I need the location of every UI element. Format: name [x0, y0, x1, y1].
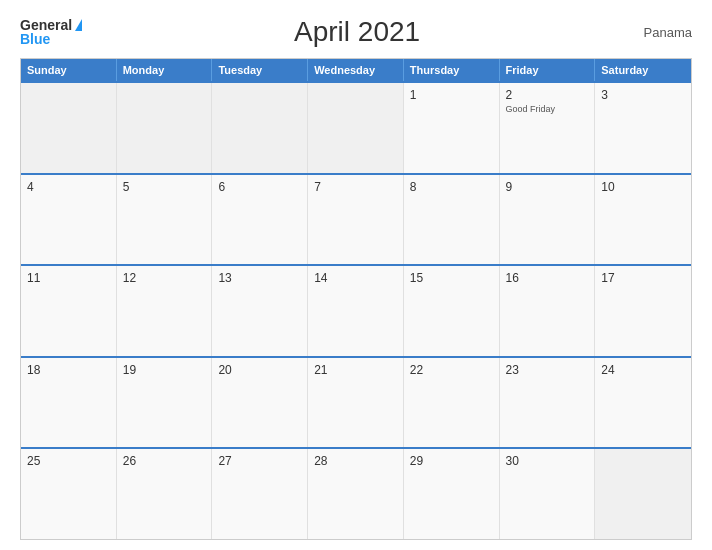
- table-row: [212, 83, 308, 173]
- table-row: 22: [404, 358, 500, 448]
- header-friday: Friday: [500, 59, 596, 81]
- table-row: 25: [21, 449, 117, 539]
- month-title: April 2021: [82, 16, 632, 48]
- day-number: 19: [123, 363, 206, 377]
- day-number: 10: [601, 180, 685, 194]
- table-row: 7: [308, 175, 404, 265]
- day-number: 16: [506, 271, 589, 285]
- week-row-2: 45678910: [21, 173, 691, 265]
- table-row: [595, 449, 691, 539]
- day-number: 28: [314, 454, 397, 468]
- table-row: 15: [404, 266, 500, 356]
- header-sunday: Sunday: [21, 59, 117, 81]
- table-row: 18: [21, 358, 117, 448]
- week-row-4: 18192021222324: [21, 356, 691, 448]
- holiday-label: Good Friday: [506, 104, 589, 115]
- day-number: 29: [410, 454, 493, 468]
- table-row: 1: [404, 83, 500, 173]
- table-row: [117, 83, 213, 173]
- day-number: 13: [218, 271, 301, 285]
- day-number: 26: [123, 454, 206, 468]
- day-number: 25: [27, 454, 110, 468]
- header-wednesday: Wednesday: [308, 59, 404, 81]
- week-row-1: 12Good Friday3: [21, 81, 691, 173]
- table-row: 21: [308, 358, 404, 448]
- table-row: 6: [212, 175, 308, 265]
- table-row: [21, 83, 117, 173]
- page: General Blue April 2021 Panama Sunday Mo…: [0, 0, 712, 550]
- logo: General Blue: [20, 18, 82, 46]
- day-number: 18: [27, 363, 110, 377]
- table-row: 8: [404, 175, 500, 265]
- day-number: 1: [410, 88, 493, 102]
- table-row: 27: [212, 449, 308, 539]
- day-number: 8: [410, 180, 493, 194]
- header-monday: Monday: [117, 59, 213, 81]
- calendar-header: Sunday Monday Tuesday Wednesday Thursday…: [21, 59, 691, 81]
- table-row: 10: [595, 175, 691, 265]
- table-row: 29: [404, 449, 500, 539]
- table-row: 11: [21, 266, 117, 356]
- header-saturday: Saturday: [595, 59, 691, 81]
- table-row: 9: [500, 175, 596, 265]
- table-row: 5: [117, 175, 213, 265]
- day-number: 22: [410, 363, 493, 377]
- day-number: 27: [218, 454, 301, 468]
- logo-blue: Blue: [20, 32, 50, 46]
- table-row: 17: [595, 266, 691, 356]
- calendar: Sunday Monday Tuesday Wednesday Thursday…: [20, 58, 692, 540]
- table-row: 4: [21, 175, 117, 265]
- table-row: 2Good Friday: [500, 83, 596, 173]
- day-number: 4: [27, 180, 110, 194]
- header-tuesday: Tuesday: [212, 59, 308, 81]
- week-row-3: 11121314151617: [21, 264, 691, 356]
- table-row: 14: [308, 266, 404, 356]
- table-row: [308, 83, 404, 173]
- table-row: 30: [500, 449, 596, 539]
- table-row: 20: [212, 358, 308, 448]
- day-number: 21: [314, 363, 397, 377]
- table-row: 19: [117, 358, 213, 448]
- day-number: 3: [601, 88, 685, 102]
- table-row: 12: [117, 266, 213, 356]
- day-number: 23: [506, 363, 589, 377]
- table-row: 28: [308, 449, 404, 539]
- week-row-5: 252627282930: [21, 447, 691, 539]
- day-number: 17: [601, 271, 685, 285]
- day-number: 7: [314, 180, 397, 194]
- header: General Blue April 2021 Panama: [20, 16, 692, 48]
- table-row: 13: [212, 266, 308, 356]
- day-number: 24: [601, 363, 685, 377]
- header-thursday: Thursday: [404, 59, 500, 81]
- calendar-body: 12Good Friday345678910111213141516171819…: [21, 81, 691, 539]
- day-number: 14: [314, 271, 397, 285]
- day-number: 6: [218, 180, 301, 194]
- table-row: 3: [595, 83, 691, 173]
- day-number: 11: [27, 271, 110, 285]
- table-row: 23: [500, 358, 596, 448]
- day-number: 9: [506, 180, 589, 194]
- table-row: 24: [595, 358, 691, 448]
- table-row: 26: [117, 449, 213, 539]
- day-number: 2: [506, 88, 589, 102]
- day-number: 12: [123, 271, 206, 285]
- logo-triangle-icon: [75, 19, 82, 31]
- country-label: Panama: [632, 25, 692, 40]
- day-number: 5: [123, 180, 206, 194]
- day-number: 15: [410, 271, 493, 285]
- table-row: 16: [500, 266, 596, 356]
- day-number: 30: [506, 454, 589, 468]
- day-number: 20: [218, 363, 301, 377]
- logo-general: General: [20, 18, 72, 32]
